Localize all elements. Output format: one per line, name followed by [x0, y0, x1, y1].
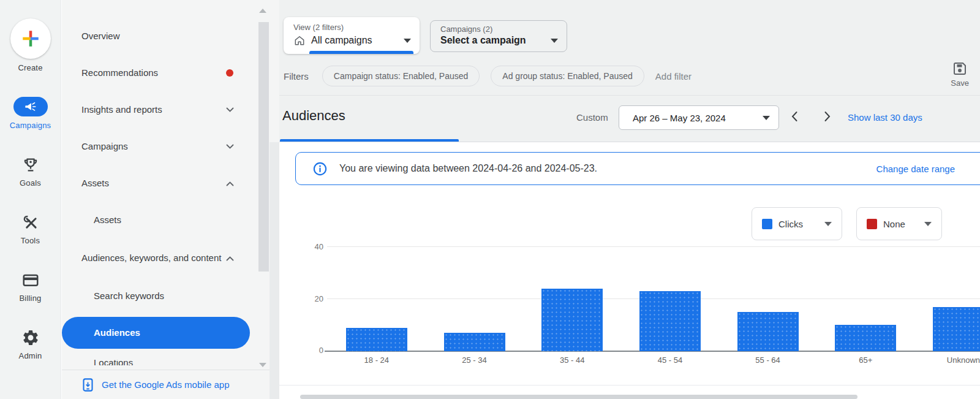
bar-slot	[426, 247, 524, 351]
divider	[279, 385, 980, 386]
home-icon	[293, 34, 306, 47]
nav-item-assets[interactable]: Assets	[62, 202, 279, 238]
left-nav-panel: OverviewRecommendationsInsights and repo…	[62, 0, 279, 399]
campaign-selector-dropdown[interactable]: Campaigns (2) Select a campaign	[430, 20, 567, 52]
view-selector-dropdown[interactable]: View (2 filters) All campaigns	[284, 17, 420, 54]
gear-icon	[21, 329, 40, 347]
banner-text: You are viewing data between 2024-04-26 …	[339, 163, 597, 174]
credit-card-icon	[21, 271, 40, 289]
nav-item-campaigns[interactable]: Campaigns	[62, 128, 279, 165]
rail-item-label: Tools	[21, 236, 40, 245]
date-info-banner: You are viewing data between 2024-04-26 …	[295, 152, 980, 185]
chevron-down-icon	[924, 222, 932, 226]
horizontal-scrollbar-thumb[interactable]	[300, 395, 858, 399]
chevron-right-icon	[820, 109, 834, 124]
bar-slot	[621, 247, 719, 351]
divider	[279, 95, 980, 96]
mobile-app-label: Get the Google Ads mobile app	[102, 379, 229, 390]
nav-item-recommendations[interactable]: Recommendations	[62, 55, 279, 91]
filter-chip-adgroup-status[interactable]: Ad group status: Enabled, Paused	[491, 66, 644, 86]
google-plus-icon	[20, 28, 41, 49]
megaphone-icon	[24, 100, 37, 113]
rail-item-label: Campaigns	[10, 121, 51, 130]
bar-45-54[interactable]	[639, 291, 701, 351]
rail-item-goals[interactable]: Goals	[0, 156, 61, 188]
chevron-left-icon	[788, 109, 802, 124]
save-icon	[952, 61, 967, 76]
rail-item-create[interactable]: Create	[0, 18, 61, 72]
nav-item-assets[interactable]: Assets	[62, 165, 279, 202]
show-last-30-days-link[interactable]: Show last 30 days	[848, 112, 922, 123]
previous-period-button[interactable]	[788, 109, 802, 124]
info-icon	[313, 162, 327, 176]
nav-item-audiences-keywords-and-content[interactable]: Audiences, keywords, and content	[62, 238, 279, 278]
nav-item-insights-and-reports[interactable]: Insights and reports	[62, 91, 279, 128]
rail-item-tools[interactable]: Tools	[0, 213, 61, 245]
divider	[279, 142, 980, 142]
bar-18-24[interactable]	[346, 328, 407, 351]
trophy-icon	[21, 156, 40, 174]
nav-item-label: Assets	[81, 176, 109, 191]
rail-item-billing[interactable]: Billing	[0, 271, 61, 303]
filter-chip-campaign-status[interactable]: Campaign status: Enabled, Paused	[322, 66, 480, 86]
active-view-indicator	[309, 51, 413, 54]
x-axis-label: 65+	[816, 355, 914, 365]
nav-item-label: Search keywords	[94, 289, 164, 303]
bar-chart	[328, 247, 980, 351]
mobile-phone-download-icon	[81, 378, 94, 392]
date-range-value: Apr 26 – May 23, 2024	[633, 113, 726, 123]
nav-item-label: Audiences	[94, 325, 140, 340]
chart-xlabels: 18 - 2425 - 3435 - 4445 - 5455 - 6465+Un…	[328, 355, 980, 365]
rail-item-campaigns[interactable]: Campaigns	[0, 97, 61, 130]
primary-metric-label: Clicks	[778, 219, 803, 229]
nav-item-search-keywords[interactable]: Search keywords	[62, 278, 279, 314]
save-button[interactable]: Save	[951, 61, 969, 88]
x-axis-label: 55 - 64	[719, 355, 817, 365]
next-period-button[interactable]	[820, 109, 834, 124]
date-range-picker[interactable]: Apr 26 – May 23, 2024	[619, 105, 779, 130]
x-axis-label: 25 - 34	[426, 355, 524, 365]
chevron-down-icon	[824, 222, 832, 226]
add-filter-button[interactable]: Add filter	[655, 71, 692, 82]
nav-item-label: Assets	[94, 213, 121, 227]
tools-icon	[21, 213, 40, 232]
rail-item-label: Admin	[19, 351, 42, 360]
secondary-metric-dropdown[interactable]: None	[856, 207, 942, 240]
mobile-app-link[interactable]: Get the Google Ads mobile app	[62, 370, 279, 399]
campaign-selector-label: Campaigns (2)	[440, 25, 558, 34]
bar-25-34[interactable]	[444, 333, 505, 351]
nav-item-label: Insights and reports	[81, 102, 162, 117]
nav-item-label: Overview	[81, 29, 120, 44]
metric-color-swatch	[867, 219, 877, 229]
nav-item-audiences[interactable]: Audiences	[62, 317, 250, 349]
nav-scrollbar-down-icon[interactable]	[259, 363, 266, 367]
nav-scrollbar-up-icon[interactable]	[259, 9, 266, 13]
rail-item-label: Create	[18, 63, 42, 72]
x-axis-label: Unknown	[914, 355, 980, 365]
primary-metric-dropdown[interactable]: Clicks	[752, 207, 842, 240]
bar-unknown[interactable]	[933, 307, 980, 351]
change-date-range-link[interactable]: Change date range	[876, 164, 955, 174]
app-rail: Create Campaigns Goals	[0, 0, 61, 399]
view-selector-label: View (2 filters)	[293, 23, 411, 32]
chevron-down-icon	[551, 39, 558, 43]
rail-item-admin[interactable]: Admin	[0, 329, 61, 360]
page-title: Audiences	[282, 108, 345, 124]
bar-35-44[interactable]	[541, 289, 603, 351]
rail-item-label: Billing	[19, 294, 41, 303]
x-axis-label: 35 - 44	[523, 355, 621, 365]
nav-item-locations[interactable]: Locations	[62, 360, 279, 365]
create-button[interactable]	[10, 18, 51, 59]
x-axis-label: 18 - 24	[328, 355, 426, 365]
y-axis-tick: 0	[296, 346, 323, 355]
nav-item-label: Locations	[94, 360, 133, 365]
nav-list: OverviewRecommendationsInsights and repo…	[62, 0, 279, 370]
bar-65[interactable]	[835, 325, 896, 351]
metric-color-swatch	[762, 219, 772, 229]
chevron-up-icon	[226, 256, 234, 261]
bar-55-64[interactable]	[737, 312, 799, 351]
nav-item-overview[interactable]: Overview	[62, 18, 279, 55]
chart-bars	[328, 247, 980, 351]
nav-scrollbar-thumb[interactable]	[258, 22, 269, 272]
chevron-down-icon	[226, 144, 234, 150]
